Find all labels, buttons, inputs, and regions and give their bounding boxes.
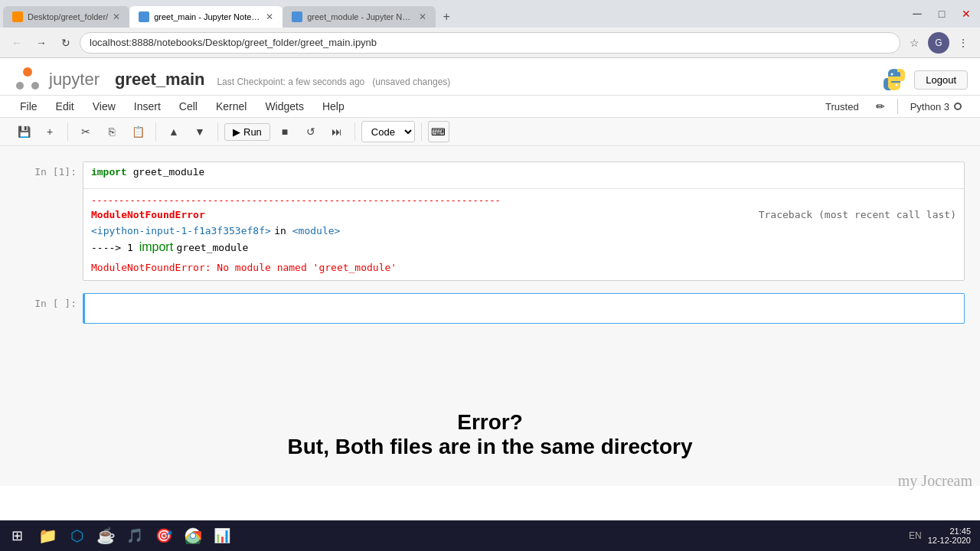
menu-edit[interactable]: Edit bbox=[48, 97, 82, 116]
cell-1-container: In [1]: import greet_module ------------… bbox=[15, 161, 965, 281]
taskbar-app5[interactable]: 🎯 bbox=[150, 522, 178, 549]
cell-2-prompt: In [ ]: bbox=[15, 293, 77, 309]
bookmark-icon[interactable]: ☆ bbox=[903, 32, 925, 54]
address-bar[interactable]: localhost:8888/notebooks/Desktop/greet_f… bbox=[80, 32, 900, 54]
browser-toolbar-icons: ☆ G ⋮ bbox=[903, 32, 974, 54]
cell-1-content[interactable]: import greet_module --------------------… bbox=[83, 161, 965, 281]
error-location-row: <ipython-input-1-f1a3f353ef8f> in <modul… bbox=[91, 223, 956, 237]
toolbar-sep3 bbox=[217, 122, 218, 141]
profile-icon[interactable]: G bbox=[928, 32, 949, 54]
copy-cell-button[interactable]: ⎘ bbox=[100, 121, 123, 142]
traceback-header: Traceback (most recent call last) bbox=[759, 209, 956, 220]
taskbar-app3[interactable]: ☕ bbox=[92, 522, 119, 549]
powerpoint-icon: 📊 bbox=[214, 527, 230, 544]
error-message-row: ModuleNotFoundError: No module named 'gr… bbox=[91, 260, 956, 274]
cell-type-dropdown[interactable]: Code bbox=[361, 121, 415, 142]
kernel-circle bbox=[954, 103, 962, 110]
tab-2[interactable]: greet_main - Jupyter Noteboo ✕ bbox=[129, 6, 283, 28]
tab-3[interactable]: greet_module - Jupyter Notebo ✕ bbox=[283, 6, 436, 28]
tab3-close[interactable]: ✕ bbox=[419, 11, 426, 22]
add-cell-button[interactable]: + bbox=[38, 121, 61, 142]
tab1-favicon bbox=[12, 11, 23, 22]
jupyter-toolbar: 💾 + ✂ ⎘ 📋 ▲ ▼ ▶ Run ■ ↺ ⏭ Code bbox=[0, 118, 980, 146]
python-logo-icon bbox=[880, 66, 908, 93]
cell-1: In [1]: import greet_module ------------… bbox=[15, 161, 965, 281]
keyboard-button[interactable]: ⌨ bbox=[428, 121, 449, 142]
tab1-label: Desktop/greet_folder/ bbox=[28, 12, 108, 21]
restart-run-button[interactable]: ⏭ bbox=[325, 121, 348, 142]
browser-frame: Desktop/greet_folder/ ✕ greet_main - Jup… bbox=[0, 0, 980, 551]
module-ref: <module> bbox=[292, 225, 341, 236]
refresh-button[interactable]: ↻ bbox=[55, 32, 77, 54]
taskbar-chrome[interactable] bbox=[179, 522, 207, 549]
tray-time: 21:45 12-12-2020 bbox=[928, 527, 971, 545]
interrupt-button[interactable]: ■ bbox=[273, 121, 296, 142]
error-module: greet_module bbox=[177, 242, 249, 253]
tab3-label: greet_module - Jupyter Notebo bbox=[307, 12, 414, 21]
menubar-separator bbox=[897, 99, 898, 114]
back-button[interactable]: ← bbox=[6, 32, 28, 54]
taskbar: ⊞ 📁 ⬡ ☕ 🎵 🎯 bbox=[0, 520, 980, 551]
save-tool-button[interactable]: 💾 bbox=[12, 121, 35, 142]
jupyter-wordmark: jupyter bbox=[49, 70, 100, 90]
move-down-button[interactable]: ▼ bbox=[188, 121, 211, 142]
minimize-button[interactable]: ─ bbox=[906, 3, 928, 24]
menu-file[interactable]: File bbox=[12, 97, 45, 116]
menu-help[interactable]: Help bbox=[315, 97, 352, 116]
extensions-icon[interactable]: ⋮ bbox=[952, 32, 974, 54]
app5-icon: 🎯 bbox=[155, 527, 172, 544]
svg-point-2 bbox=[31, 82, 39, 90]
taskbar-powerpoint[interactable]: 📊 bbox=[208, 522, 236, 549]
pencil-icon[interactable]: ✏ bbox=[870, 97, 891, 116]
overlay-line1: Error? bbox=[0, 410, 980, 435]
svg-point-7 bbox=[191, 533, 195, 538]
module-name: greet_module bbox=[133, 167, 205, 178]
app3-icon: ☕ bbox=[96, 527, 116, 545]
taskbar-items: 📁 ⬡ ☕ 🎵 🎯 bbox=[31, 522, 903, 549]
tab2-label: greet_main - Jupyter Noteboo bbox=[154, 12, 261, 21]
menu-cell[interactable]: Cell bbox=[172, 97, 205, 116]
taskbar-file-explorer[interactable]: 📁 bbox=[34, 522, 61, 549]
restart-button[interactable]: ↺ bbox=[299, 121, 322, 142]
tab-1[interactable]: Desktop/greet_folder/ ✕ bbox=[3, 6, 129, 28]
address-text: localhost:8888/notebooks/Desktop/greet_f… bbox=[90, 37, 377, 48]
error-message: ModuleNotFoundError: No module named 'gr… bbox=[91, 262, 397, 273]
forward-button[interactable]: → bbox=[31, 32, 52, 54]
toolbar-sep1 bbox=[67, 122, 68, 141]
cell-2: In [ ]: bbox=[15, 293, 965, 324]
overlay-line2: But, Both files are in the same director… bbox=[0, 435, 980, 459]
kernel-indicator: Python 3 bbox=[904, 99, 968, 114]
cell-2-container: In [ ]: bbox=[15, 293, 965, 324]
menu-widgets[interactable]: Widgets bbox=[257, 97, 312, 116]
browser-toolbar: ← → ↻ localhost:8888/notebooks/Desktop/g… bbox=[0, 28, 980, 58]
run-button[interactable]: ▶ Run bbox=[224, 123, 270, 141]
error-header-row: ModuleNotFoundError Traceback (most rece… bbox=[91, 209, 956, 220]
browser-titlebar: Desktop/greet_folder/ ✕ greet_main - Jup… bbox=[0, 0, 980, 28]
app4-icon: 🎵 bbox=[126, 527, 143, 544]
taskbar-hp[interactable]: ⬡ bbox=[63, 522, 90, 549]
watermark: my Jocream bbox=[898, 472, 972, 490]
close-button[interactable]: ✕ bbox=[956, 3, 977, 24]
cut-cell-button[interactable]: ✂ bbox=[74, 121, 97, 142]
import-kw-error: import bbox=[139, 240, 173, 253]
error-arrow: ----> 1 bbox=[91, 242, 139, 253]
taskbar-app4[interactable]: 🎵 bbox=[121, 522, 149, 549]
kernel-name: Python 3 bbox=[910, 101, 949, 112]
trusted-button[interactable]: Trusted bbox=[818, 98, 867, 116]
menu-kernel[interactable]: Kernel bbox=[208, 97, 254, 116]
import-keyword: import bbox=[91, 167, 127, 178]
cell-2-input[interactable] bbox=[85, 294, 964, 320]
move-up-button[interactable]: ▲ bbox=[162, 121, 185, 142]
in-text: in bbox=[274, 225, 292, 236]
paste-cell-button[interactable]: 📋 bbox=[126, 121, 149, 142]
tab2-close[interactable]: ✕ bbox=[266, 11, 273, 22]
error-separator: ----------------------------------------… bbox=[91, 195, 956, 206]
new-tab-button[interactable]: + bbox=[436, 6, 457, 28]
cell-2-content[interactable] bbox=[83, 293, 965, 324]
menu-insert[interactable]: Insert bbox=[126, 97, 168, 116]
logout-button[interactable]: Logout bbox=[914, 70, 968, 90]
restore-button[interactable]: □ bbox=[931, 3, 952, 24]
menu-view[interactable]: View bbox=[85, 97, 123, 116]
tab1-close[interactable]: ✕ bbox=[113, 11, 120, 22]
windows-start-button[interactable]: ⊞ bbox=[3, 522, 31, 549]
